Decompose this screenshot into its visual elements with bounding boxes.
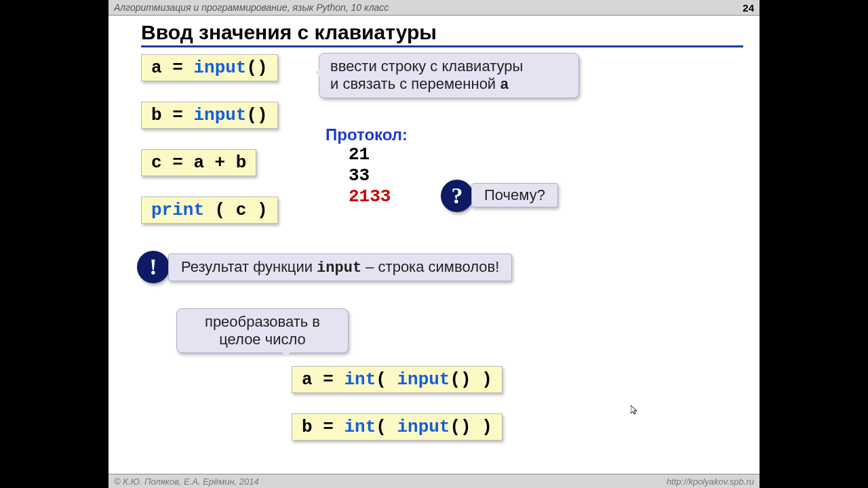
bubble-varname: a <box>500 77 509 94</box>
bubble-line2a: и связать с переменной <box>330 75 500 92</box>
footer-bar: © К.Ю. Поляков, Е.А. Ерёмин, 2014 http:/… <box>108 474 760 488</box>
cursor-icon <box>631 405 637 415</box>
bubble-input-explain: ввести строку с клавиатуры и связать с п… <box>319 53 579 98</box>
protocol-v3: 2133 <box>349 186 408 207</box>
code-int-a: a = int( input() ) <box>292 366 502 393</box>
protocol-values: 21 33 2133 <box>349 144 408 208</box>
protocol-v2: 33 <box>349 165 408 186</box>
page-number: 24 <box>743 2 754 14</box>
exclamation-icon: ! <box>137 251 170 283</box>
page-title: Ввод значения с клавиатуры <box>141 21 760 44</box>
result-text-a: Результат функции <box>181 258 317 275</box>
question-icon: ? <box>441 180 473 212</box>
convert-l1: преобразовать в <box>205 313 320 330</box>
code-line-4: print ( c ) <box>141 197 278 224</box>
result-code: input <box>317 260 361 277</box>
code-line-1: a = input() <box>141 54 278 81</box>
code-int-b: b = int( input() ) <box>292 413 502 441</box>
code-line-2: b = input() <box>141 102 278 129</box>
result-text-c: – строка символов! <box>361 258 499 275</box>
footer-copyright: © К.Ю. Поляков, Е.А. Ерёмин, 2014 <box>114 476 259 487</box>
bubble-line1: ввести строку с клавиатуры <box>330 58 523 75</box>
why-bubble: Почему? <box>471 183 558 207</box>
convert-l2: целое число <box>219 331 306 348</box>
result-bubble: Результат функции input – строка символо… <box>168 253 512 281</box>
slide: Алгоритмизация и программирование, язык … <box>108 0 760 488</box>
header-subject: Алгоритмизация и программирование, язык … <box>114 2 389 13</box>
convert-bubble: преобразовать в целое число <box>176 308 349 353</box>
protocol-v1: 21 <box>349 144 408 165</box>
protocol-block: Протокол: 21 33 2133 <box>326 125 408 208</box>
protocol-label: Протокол: <box>326 125 408 144</box>
title-underline <box>141 45 743 47</box>
header-bar: Алгоритмизация и программирование, язык … <box>108 0 760 16</box>
footer-url: http://kpolyakov.spb.ru <box>667 476 754 487</box>
content: a = input() b = input() c = a + b print … <box>108 54 760 474</box>
code-line-3: c = a + b <box>141 149 256 176</box>
